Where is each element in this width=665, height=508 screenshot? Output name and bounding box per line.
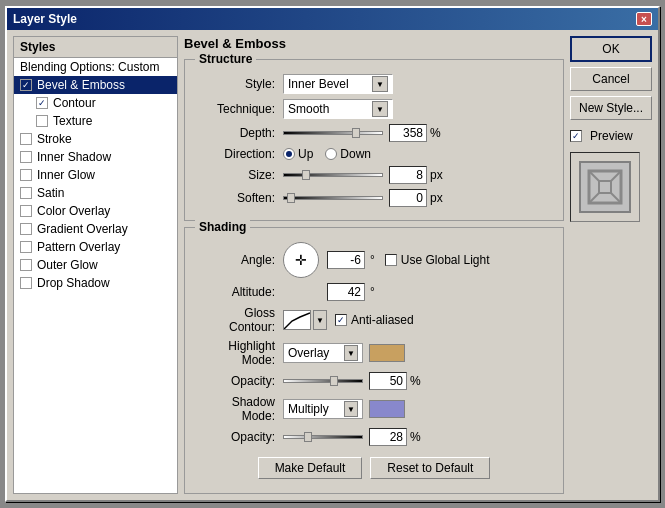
depth-input[interactable]	[389, 124, 427, 142]
size-slider[interactable]	[283, 173, 383, 177]
sidebar-item-bevel-emboss[interactable]: ✓ Bevel & Emboss	[14, 76, 177, 94]
direction-down[interactable]: Down	[325, 147, 371, 161]
gloss-contour-preview[interactable]	[283, 310, 311, 330]
sidebar-item-inner-glow[interactable]: Inner Glow	[14, 166, 177, 184]
highlight-opacity-thumb[interactable]	[330, 376, 338, 386]
highlight-color-swatch[interactable]	[369, 344, 405, 362]
sidebar-item-label: Texture	[53, 114, 92, 128]
shadow-color-swatch[interactable]	[369, 400, 405, 418]
reset-to-default-button[interactable]: Reset to Default	[370, 457, 490, 479]
sidebar-item-drop-shadow[interactable]: Drop Shadow	[14, 274, 177, 292]
sidebar-item-blending-options[interactable]: Blending Options: Custom	[14, 58, 177, 76]
sidebar-item-outer-glow[interactable]: Outer Glow	[14, 256, 177, 274]
style-select[interactable]: Inner Bevel ▼	[283, 74, 393, 94]
global-light-checkbox[interactable]	[385, 254, 397, 266]
stroke-checkbox[interactable]	[20, 133, 32, 145]
sidebar-item-satin[interactable]: Satin	[14, 184, 177, 202]
middle-panel: Bevel & Emboss Structure Style: Inner Be…	[184, 36, 564, 494]
direction-row: Direction: Up Down	[195, 147, 553, 161]
sidebar-item-label: Pattern Overlay	[37, 240, 120, 254]
color-overlay-checkbox[interactable]	[20, 205, 32, 217]
shadow-opacity-label: Opacity:	[195, 430, 275, 444]
satin-checkbox[interactable]	[20, 187, 32, 199]
shadow-opacity-slider[interactable]	[283, 435, 363, 439]
global-light-label: Use Global Light	[401, 253, 490, 267]
angle-row: Angle: ✛ ° Use Global Light	[195, 242, 553, 278]
dialog-body: Styles Blending Options: Custom ✓ Bevel …	[7, 30, 658, 500]
style-label: Style:	[195, 77, 275, 91]
highlight-mode-arrow[interactable]: ▼	[344, 345, 358, 361]
soften-slider[interactable]	[283, 196, 383, 200]
size-thumb[interactable]	[302, 170, 310, 180]
shadow-opacity-input[interactable]	[369, 428, 407, 446]
gradient-overlay-checkbox[interactable]	[20, 223, 32, 235]
contour-checkbox[interactable]: ✓	[36, 97, 48, 109]
angle-input[interactable]	[327, 251, 365, 269]
size-input[interactable]	[389, 166, 427, 184]
direction-label: Direction:	[195, 147, 275, 161]
bottom-buttons: Make Default Reset to Default	[195, 451, 553, 483]
shadow-opacity-thumb[interactable]	[304, 432, 312, 442]
soften-thumb[interactable]	[287, 193, 295, 203]
shadow-mode-select[interactable]: Multiply ▼	[283, 399, 363, 419]
inner-shadow-checkbox[interactable]	[20, 151, 32, 163]
outer-glow-checkbox[interactable]	[20, 259, 32, 271]
sidebar-item-label: Inner Shadow	[37, 150, 111, 164]
direction-down-radio[interactable]	[325, 148, 337, 160]
inner-glow-checkbox[interactable]	[20, 169, 32, 181]
left-panel: Styles Blending Options: Custom ✓ Bevel …	[13, 36, 178, 494]
shadow-opacity-unit: %	[410, 430, 421, 444]
depth-slider[interactable]	[283, 131, 383, 135]
angle-wheel[interactable]: ✛	[283, 242, 319, 278]
sidebar-item-label: Inner Glow	[37, 168, 95, 182]
sidebar-item-pattern-overlay[interactable]: Pattern Overlay	[14, 238, 177, 256]
dialog-title: Layer Style	[13, 12, 77, 26]
anti-aliased-label: Anti-aliased	[351, 313, 414, 327]
soften-unit: px	[430, 191, 443, 205]
cancel-button[interactable]: Cancel	[570, 67, 652, 91]
ok-button[interactable]: OK	[570, 36, 652, 62]
altitude-row: Altitude: °	[195, 283, 553, 301]
technique-select-arrow[interactable]: ▼	[372, 101, 388, 117]
right-panel: OK Cancel New Style... ✓ Preview	[570, 36, 652, 494]
soften-input[interactable]	[389, 189, 427, 207]
direction-up-radio[interactable]	[283, 148, 295, 160]
sidebar-item-color-overlay[interactable]: Color Overlay	[14, 202, 177, 220]
highlight-opacity-slider[interactable]	[283, 379, 363, 383]
preview-checkbox[interactable]: ✓	[570, 130, 582, 142]
texture-checkbox[interactable]	[36, 115, 48, 127]
sidebar-item-label: Contour	[53, 96, 96, 110]
close-button[interactable]: ×	[636, 12, 652, 26]
sidebar-item-contour[interactable]: ✓ Contour	[14, 94, 177, 112]
sidebar-item-inner-shadow[interactable]: Inner Shadow	[14, 148, 177, 166]
make-default-button[interactable]: Make Default	[258, 457, 363, 479]
technique-select[interactable]: Smooth ▼	[283, 99, 393, 119]
direction-up[interactable]: Up	[283, 147, 313, 161]
highlight-opacity-row: Opacity: %	[195, 372, 553, 390]
sidebar-item-label: Blending Options: Custom	[20, 60, 159, 74]
sidebar-item-gradient-overlay[interactable]: Gradient Overlay	[14, 220, 177, 238]
sidebar-item-stroke[interactable]: Stroke	[14, 130, 177, 148]
soften-label: Soften:	[195, 191, 275, 205]
drop-shadow-checkbox[interactable]	[20, 277, 32, 289]
title-bar: Layer Style ×	[7, 8, 658, 30]
layer-style-dialog: Layer Style × Styles Blending Options: C…	[5, 6, 660, 502]
highlight-opacity-input[interactable]	[369, 372, 407, 390]
gloss-contour-control[interactable]: ▼	[283, 310, 327, 330]
sidebar-item-texture[interactable]: Texture	[14, 112, 177, 130]
new-style-button[interactable]: New Style...	[570, 96, 652, 120]
style-select-arrow[interactable]: ▼	[372, 76, 388, 92]
structure-title: Structure	[195, 52, 256, 66]
highlight-mode-select[interactable]: Overlay ▼	[283, 343, 363, 363]
gloss-contour-arrow[interactable]: ▼	[313, 310, 327, 330]
bevel-emboss-checkbox[interactable]: ✓	[20, 79, 32, 91]
shadow-mode-arrow[interactable]: ▼	[344, 401, 358, 417]
preview-box	[570, 152, 640, 222]
anti-aliased-checkbox[interactable]: ✓	[335, 314, 347, 326]
depth-thumb[interactable]	[352, 128, 360, 138]
altitude-input[interactable]	[327, 283, 365, 301]
preview-label: Preview	[590, 129, 633, 143]
depth-label: Depth:	[195, 126, 275, 140]
pattern-overlay-checkbox[interactable]	[20, 241, 32, 253]
size-label: Size:	[195, 168, 275, 182]
